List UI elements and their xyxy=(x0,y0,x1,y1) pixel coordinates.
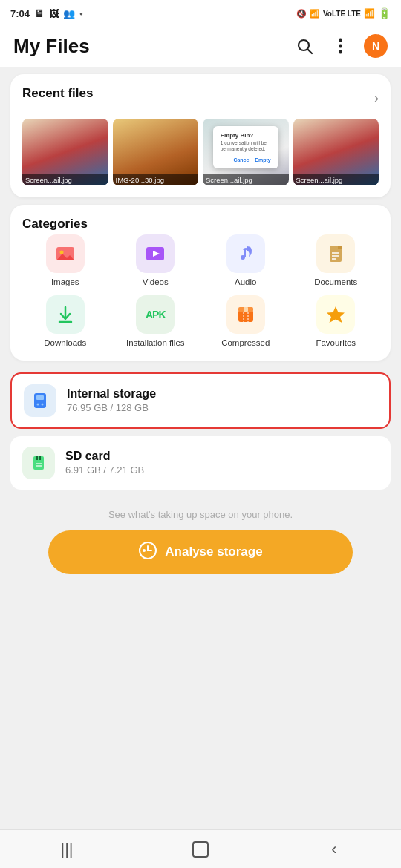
wifi-icon: 📶 xyxy=(310,9,320,19)
category-documents[interactable]: Documents xyxy=(293,234,379,288)
category-favourites[interactable]: Favourites xyxy=(293,295,379,349)
svg-rect-30 xyxy=(36,456,38,460)
svg-point-28 xyxy=(42,403,44,405)
dot-icon: ● xyxy=(79,10,83,17)
category-images[interactable]: Images xyxy=(22,234,108,288)
dialog-title: Empty Bin? xyxy=(221,132,271,139)
categories-title: Categories xyxy=(22,217,88,231)
avatar[interactable]: N xyxy=(364,34,388,58)
image-status-icon: 🖼 xyxy=(49,8,59,19)
search-button[interactable] xyxy=(293,34,316,58)
thumb-label-2: IMG-20...30.jpg xyxy=(113,174,199,185)
category-downloads[interactable]: Downloads xyxy=(22,295,108,349)
audio-label: Audio xyxy=(235,277,256,288)
status-left: 7:04 🖥 🖼 👥 ● xyxy=(10,7,83,19)
header-actions: N xyxy=(293,34,388,58)
svg-point-3 xyxy=(339,45,342,48)
sdcard-sub: 6.91 GB / 7.21 GB xyxy=(65,464,379,476)
status-bar: 7:04 🖥 🖼 👥 ● 🔇 📶 VoLTE LTE 📶 🔋 xyxy=(0,0,401,27)
favourites-icon-wrap xyxy=(316,295,355,334)
category-audio[interactable]: Audio xyxy=(203,234,289,288)
svg-point-27 xyxy=(37,403,39,405)
sdcard-info: SD card 6.91 GB / 7.21 GB xyxy=(65,450,379,476)
thumb-label-4: Screen...ail.jpg xyxy=(293,174,379,185)
nav-menu-button[interactable]: ||| xyxy=(45,835,89,864)
status-time: 7:04 xyxy=(10,8,30,19)
analyse-button-label: Analyse storage xyxy=(165,545,262,559)
analyse-section: See what's taking up space on your phone… xyxy=(0,502,401,586)
svg-point-2 xyxy=(339,39,342,42)
lte-label: VoLTE LTE xyxy=(323,10,361,18)
bottom-nav: ||| ‹ xyxy=(0,829,401,868)
sd-card-item[interactable]: SD card 6.91 GB / 7.21 GB xyxy=(10,436,391,490)
recent-files-chevron[interactable]: › xyxy=(374,91,379,106)
empty-bin-dialog: Empty Bin? 1 conversation will be perman… xyxy=(213,126,278,168)
categories-card: Categories Images Videos xyxy=(10,205,391,361)
storage-list: Internal storage 76.95 GB / 128 GB SD ca… xyxy=(0,368,401,502)
internal-storage-item[interactable]: Internal storage 76.95 GB / 128 GB xyxy=(10,372,391,429)
home-icon xyxy=(192,841,209,858)
category-compressed[interactable]: Compressed xyxy=(203,295,289,349)
svg-point-6 xyxy=(59,251,63,254)
svg-marker-24 xyxy=(327,306,345,323)
svg-point-35 xyxy=(143,549,146,552)
audio-icon-wrap xyxy=(226,234,265,273)
images-icon-wrap xyxy=(46,234,85,273)
compressed-icon-wrap xyxy=(226,295,265,334)
recent-file-thumb-2[interactable]: IMG-20...30.jpg xyxy=(113,119,199,185)
recent-files-title: Recent files xyxy=(22,86,93,101)
more-options-button[interactable] xyxy=(328,34,352,58)
videos-icon-wrap xyxy=(136,234,175,273)
status-right: 🔇 📶 VoLTE LTE 📶 🔋 xyxy=(296,7,391,19)
svg-rect-31 xyxy=(39,456,41,460)
categories-grid: Images Videos Audio xyxy=(22,234,379,349)
dialog-confirm-btn[interactable]: Empty xyxy=(255,157,270,162)
svg-rect-26 xyxy=(36,395,44,400)
downloads-icon-wrap xyxy=(46,295,85,334)
svg-point-4 xyxy=(339,50,342,54)
recent-file-thumb-1[interactable]: Screen...ail.jpg xyxy=(22,119,108,185)
internal-storage-info: Internal storage 76.95 GB / 128 GB xyxy=(67,387,377,413)
analyse-icon xyxy=(138,541,157,564)
battery-icon: 🔋 xyxy=(378,7,391,19)
screen-icon: 🖥 xyxy=(34,7,45,19)
images-label: Images xyxy=(51,277,79,288)
downloads-label: Downloads xyxy=(44,338,86,349)
internal-storage-sub: 76.95 GB / 128 GB xyxy=(67,402,377,413)
internal-storage-name: Internal storage xyxy=(67,387,377,401)
compressed-label: Compressed xyxy=(221,338,270,349)
thumb-label-3: Screen...ail.jpg xyxy=(203,174,289,185)
analyse-storage-button[interactable]: Analyse storage xyxy=(48,530,353,574)
videos-label: Videos xyxy=(143,277,169,288)
svg-rect-21 xyxy=(244,307,248,312)
page-title: My Files xyxy=(13,35,90,58)
group-icon: 👥 xyxy=(63,8,75,19)
thumb-label-1: Screen...ail.jpg xyxy=(22,174,108,185)
nav-home-button[interactable] xyxy=(178,835,223,864)
recent-files-row: Screen...ail.jpg IMG-20...30.jpg Empty B… xyxy=(22,119,379,185)
recent-files-card: Recent files › Screen...ail.jpg IMG-20..… xyxy=(10,74,391,197)
favourites-label: Favourites xyxy=(316,338,356,349)
category-apk[interactable]: APK Installation files xyxy=(113,295,199,349)
documents-label: Documents xyxy=(314,277,357,288)
apk-label: Installation files xyxy=(126,338,185,349)
app-header: My Files N xyxy=(0,27,401,67)
dialog-actions: Cancel Empty xyxy=(221,157,271,162)
recent-file-thumb-4[interactable]: Screen...ail.jpg xyxy=(293,119,379,185)
sdcard-name: SD card xyxy=(65,450,379,463)
mute-icon: 🔇 xyxy=(296,9,307,19)
dialog-body: 1 conversation will be permanently delet… xyxy=(221,140,271,153)
analyse-hint: See what's taking up space on your phone… xyxy=(10,509,391,520)
menu-icon: ||| xyxy=(60,840,73,859)
dialog-overlay: Empty Bin? 1 conversation will be perman… xyxy=(203,126,289,168)
back-icon: ‹ xyxy=(331,840,336,859)
svg-rect-13 xyxy=(338,246,342,249)
recent-file-thumb-3[interactable]: Empty Bin? 1 conversation will be perman… xyxy=(203,119,289,185)
category-videos[interactable]: Videos xyxy=(113,234,199,288)
nav-back-button[interactable]: ‹ xyxy=(312,835,356,864)
dialog-cancel-btn[interactable]: Cancel xyxy=(233,157,250,162)
signal-icon: 📶 xyxy=(364,8,375,19)
recent-files-header: Recent files › xyxy=(22,86,379,110)
svg-line-1 xyxy=(308,50,313,54)
apk-icon-wrap: APK xyxy=(136,295,175,334)
